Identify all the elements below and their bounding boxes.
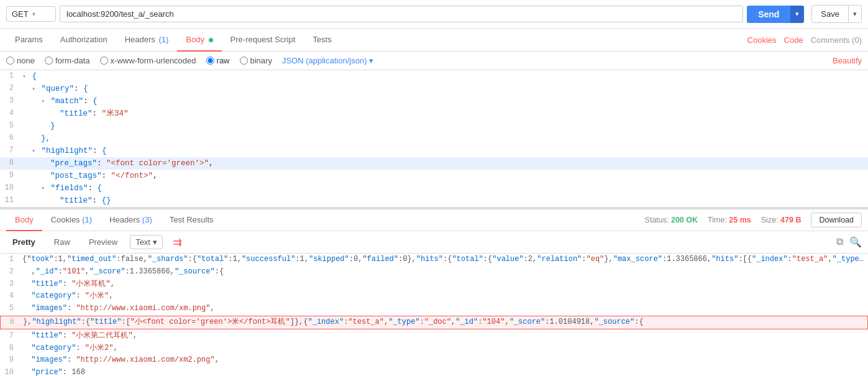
status-value: 200 OK (671, 216, 698, 224)
body-options-bar: none form-data x-www-form-urlencoded raw… (0, 52, 868, 70)
req-line-10: 10 ▾ "fields": { (0, 182, 868, 195)
size-value: 479 B (780, 216, 801, 224)
resp-line-5: 5 "images": "http://www.xiaomi.com/xm.pn… (0, 303, 868, 315)
tab-prerequest[interactable]: Pre-request Script (222, 29, 304, 52)
req-line-9: 9 "post_tags": "</font>", (0, 170, 868, 182)
radio-formdata[interactable] (45, 57, 53, 65)
resp-line-3: 3 "title": "小米耳机", (0, 278, 868, 291)
option-binary[interactable]: binary (240, 56, 272, 65)
format-icon[interactable]: ⇉ (173, 236, 182, 249)
req-line-8: 8 "pre_tags": "<font color='green'>", (0, 157, 868, 170)
download-button[interactable]: Download (811, 213, 862, 227)
req-line-6: 6 }, (0, 132, 868, 145)
radio-raw[interactable] (206, 57, 214, 65)
option-urlencoded[interactable]: x-www-form-urlencoded (100, 56, 196, 65)
radio-none[interactable] (6, 57, 14, 65)
headers-badge: (1) (158, 35, 168, 44)
rtab-body[interactable]: Body (6, 209, 42, 231)
cookies-link[interactable]: Cookies (747, 35, 777, 45)
time-value: 25 ms (729, 216, 751, 224)
resp-line-6: 6 },"highlight":{"title":["小<font color=… (0, 316, 868, 329)
resp-line-7: 7 "title": "小米第二代耳机", (0, 330, 868, 342)
req-line-11: 11 "title": {} (0, 195, 868, 207)
url-bar: GET ▾ Send ▾ Save ▾ (0, 0, 868, 29)
save-dropdown-arrow[interactable]: ▾ (849, 5, 862, 23)
comments-link[interactable]: Comments (0) (811, 35, 862, 45)
save-button[interactable]: Save (811, 5, 849, 23)
tab-authorization[interactable]: Authorization (52, 29, 116, 52)
response-view-bar: Pretty Raw Preview Text ▾ ⇉ ⧉ 🔍 (0, 231, 868, 254)
rtab-cookies[interactable]: Cookies (1) (42, 209, 101, 231)
response-tab-bar: Body Cookies (1) Headers (3) Test Result… (0, 208, 868, 231)
tab-headers[interactable]: Headers (1) (116, 29, 178, 52)
text-dropdown-label: Text (135, 237, 150, 247)
option-formdata[interactable]: form-data (45, 56, 90, 65)
req-line-4: 4 "title": "米34" (0, 108, 868, 120)
method-arrow: ▾ (32, 11, 35, 17)
response-code-area: 1 {"took":1,"timed_out":false,"_shards":… (0, 254, 868, 376)
url-input[interactable] (60, 6, 743, 22)
request-tab-bar: Params Authorization Headers (1) Body Pr… (0, 29, 868, 52)
search-icon[interactable]: 🔍 (849, 236, 862, 248)
response-status-bar: Status: 200 OK Time: 25 ms Size: 479 B D… (645, 213, 862, 227)
resp-line-10: 10 "price": 168 (0, 367, 868, 376)
resp-line-4: 4 "category": "小米", (0, 290, 868, 303)
rtab-testresults[interactable]: Test Results (161, 209, 222, 231)
req-line-3: 3 ▾ "match": { (0, 95, 868, 108)
view-tab-raw[interactable]: Raw (48, 235, 76, 249)
resp-line-1: 1 {"took":1,"timed_out":false,"_shards":… (0, 254, 868, 266)
send-button-group: Send ▾ (747, 6, 804, 23)
text-dropdown[interactable]: Text ▾ (130, 235, 163, 249)
beautify-button[interactable]: Beautify (833, 56, 862, 65)
resp-headers-badge: (3) (142, 215, 152, 224)
resp-line-2: 2 ,"_id":"101","_score":1.3365866,"_sour… (0, 266, 868, 278)
tab-right-links: Cookies Code Comments (0) (747, 35, 862, 45)
text-dropdown-arrow: ▾ (153, 237, 157, 247)
copy-icon[interactable]: ⧉ (836, 236, 843, 248)
tab-tests[interactable]: Tests (304, 29, 340, 52)
body-dot (209, 38, 213, 42)
rtab-headers[interactable]: Headers (3) (101, 209, 161, 231)
req-line-7: 7 ▾ "highlight": { (0, 145, 868, 157)
json-type-label: JSON (application/json) (282, 56, 367, 65)
req-line-2: 2 ▾ "query": { (0, 83, 868, 95)
resp-line-9: 9 "images": "http://www.xiaomi.com/xm2.p… (0, 354, 868, 367)
size-label: Size: 479 B (761, 216, 802, 224)
json-type-selector[interactable]: JSON (application/json) ▾ (282, 56, 374, 65)
view-tab-preview[interactable]: Preview (83, 235, 124, 249)
send-button[interactable]: Send (747, 6, 790, 23)
resp-line-8: 8 "category": "小米2", (0, 342, 868, 355)
request-code-editor[interactable]: 1 ▾ { 2 ▾ "query": { 3 ▾ "match": { 4 "t… (0, 70, 868, 208)
option-raw[interactable]: raw (206, 56, 230, 65)
view-tab-pretty[interactable]: Pretty (6, 235, 42, 249)
response-action-icons: ⧉ 🔍 (836, 236, 862, 248)
cookies-badge: (1) (82, 215, 92, 224)
radio-urlencoded[interactable] (100, 57, 108, 65)
method-selector[interactable]: GET ▾ (6, 6, 56, 22)
status-label: Status: 200 OK (645, 216, 698, 224)
method-value: GET (12, 9, 29, 19)
option-none[interactable]: none (6, 56, 35, 65)
tab-body[interactable]: Body (177, 29, 221, 52)
req-line-5: 5 } (0, 120, 868, 132)
req-line-1: 1 ▾ { (0, 70, 868, 83)
send-dropdown-arrow[interactable]: ▾ (790, 6, 804, 23)
code-link[interactable]: Code (784, 35, 803, 45)
time-label: Time: 25 ms (708, 216, 751, 224)
save-button-group: Save ▾ (811, 5, 862, 23)
radio-binary[interactable] (240, 57, 248, 65)
json-type-arrow: ▾ (369, 56, 373, 65)
tab-params[interactable]: Params (6, 29, 52, 52)
